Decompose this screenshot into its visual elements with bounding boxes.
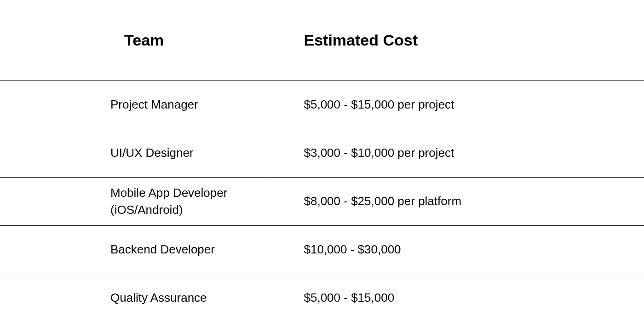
cell-cost: $5,000 - $15,000 bbox=[267, 274, 644, 322]
cell-cost: $8,000 - $25,000 per platform bbox=[267, 177, 644, 225]
table-row: Project Manager $5,000 - $15,000 per pro… bbox=[0, 80, 644, 129]
cell-team: Project Manager bbox=[0, 80, 267, 129]
cost-table: Team Estimated Cost Project Manager $5,0… bbox=[0, 0, 644, 322]
cell-team: Backend Developer bbox=[0, 225, 267, 274]
cell-team: Quality Assurance bbox=[0, 274, 267, 322]
cell-cost: $10,000 - $30,000 bbox=[267, 225, 644, 274]
table-row: UI/UX Designer $3,000 - $10,000 per proj… bbox=[0, 129, 644, 177]
table-row: Quality Assurance $5,000 - $15,000 bbox=[0, 274, 644, 322]
cell-cost: $5,000 - $15,000 per project bbox=[267, 80, 644, 129]
table-header-row: Team Estimated Cost bbox=[0, 0, 644, 80]
cell-team: UI/UX Designer bbox=[0, 129, 267, 177]
cell-cost: $3,000 - $10,000 per project bbox=[267, 129, 644, 177]
table-row: Mobile App Developer (iOS/Android) $8,00… bbox=[0, 177, 644, 225]
table-row: Backend Developer $10,000 - $30,000 bbox=[0, 225, 644, 274]
cell-team: Mobile App Developer (iOS/Android) bbox=[0, 177, 267, 225]
header-team: Team bbox=[0, 0, 267, 80]
header-cost: Estimated Cost bbox=[267, 0, 644, 80]
